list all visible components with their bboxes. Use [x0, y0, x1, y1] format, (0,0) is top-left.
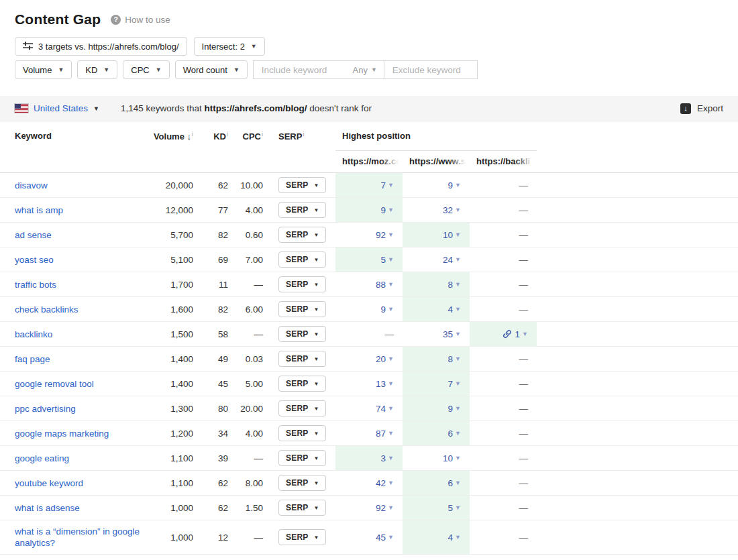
serp-dropdown-button[interactable]: SERP ▼: [278, 276, 326, 292]
position-value[interactable]: 9: [448, 404, 454, 414]
column-header-volume[interactable]: Volume ↓i: [149, 131, 193, 142]
keyword-link[interactable]: what is adsense: [15, 502, 80, 514]
target-column-header[interactable]: https://moz.co: [335, 156, 403, 168]
position-value[interactable]: 92: [376, 230, 386, 240]
cpc-filter-dropdown[interactable]: CPC ▼: [123, 60, 169, 79]
position-value[interactable]: 5: [448, 503, 454, 513]
position-cell[interactable]: 92▼: [335, 223, 403, 247]
position-value[interactable]: 4: [448, 533, 454, 543]
position-cell[interactable]: 32▼: [403, 198, 470, 222]
position-value[interactable]: 24: [443, 255, 453, 265]
target-column-header[interactable]: https://backli: [470, 156, 537, 168]
position-value[interactable]: 20: [376, 354, 386, 364]
position-value[interactable]: 7: [448, 379, 454, 389]
position-cell[interactable]: 92▼: [335, 496, 403, 520]
position-cell[interactable]: 9▼: [335, 198, 403, 222]
position-cell[interactable]: 35▼: [403, 322, 470, 346]
position-value[interactable]: 10: [443, 230, 453, 240]
exclude-keyword-input[interactable]: [391, 64, 470, 76]
position-value[interactable]: 92: [376, 503, 386, 513]
position-value[interactable]: 9: [448, 180, 454, 190]
serp-dropdown-button[interactable]: SERP ▼: [278, 376, 326, 392]
include-mode-dropdown[interactable]: Any ▼: [353, 65, 377, 75]
position-value[interactable]: 9: [381, 304, 386, 315]
intersect-dropdown[interactable]: Intersect: 2 ▼: [194, 37, 265, 56]
position-cell[interactable]: 6▼: [403, 421, 470, 445]
position-value[interactable]: 5: [381, 255, 386, 265]
position-cell[interactable]: 88▼: [335, 272, 403, 296]
keyword-link[interactable]: traffic bots: [15, 279, 56, 290]
position-cell[interactable]: 87▼: [335, 421, 403, 445]
serp-dropdown-button[interactable]: SERP ▼: [278, 177, 326, 193]
serp-dropdown-button[interactable]: SERP ▼: [278, 529, 326, 545]
serp-dropdown-button[interactable]: SERP ▼: [278, 227, 326, 243]
position-cell[interactable]: 7▼: [335, 173, 403, 197]
position-cell[interactable]: 42▼: [335, 471, 403, 495]
keyword-link[interactable]: google maps marketing: [15, 428, 109, 439]
serp-dropdown-button[interactable]: SERP ▼: [278, 400, 326, 416]
position-cell[interactable]: 8▼: [403, 272, 470, 296]
export-button[interactable]: ↓ Export: [680, 103, 723, 114]
serp-dropdown-button[interactable]: SERP ▼: [278, 351, 326, 367]
word-count-filter-dropdown[interactable]: Word count ▼: [175, 60, 248, 79]
keyword-link[interactable]: faq page: [15, 353, 50, 365]
position-value[interactable]: 8: [448, 354, 454, 364]
position-value[interactable]: 10: [443, 453, 453, 463]
column-header-kd[interactable]: KDi: [193, 131, 228, 142]
position-value[interactable]: 35: [443, 329, 453, 339]
position-value[interactable]: 1: [515, 329, 521, 339]
position-cell[interactable]: 9▼: [335, 297, 403, 321]
volume-filter-dropdown[interactable]: Volume ▼: [15, 60, 72, 79]
position-value[interactable]: 8: [448, 280, 454, 290]
keyword-link[interactable]: yoast seo: [15, 254, 54, 266]
position-value[interactable]: 6: [448, 429, 454, 439]
position-value[interactable]: 32: [443, 205, 453, 215]
position-value[interactable]: 45: [376, 533, 386, 543]
keyword-link[interactable]: disavow: [15, 180, 48, 191]
position-value[interactable]: 9: [381, 205, 386, 215]
keyword-link[interactable]: check backlinks: [15, 304, 78, 315]
position-cell[interactable]: 5▼: [335, 247, 403, 272]
keyword-link[interactable]: google eating: [15, 453, 69, 464]
keyword-link[interactable]: backlinko: [15, 329, 52, 340]
position-cell[interactable]: 4▼: [403, 520, 470, 554]
how-to-use-link[interactable]: ? How to use: [111, 15, 170, 25]
position-cell[interactable]: 13▼: [335, 372, 403, 396]
position-value[interactable]: 87: [376, 429, 386, 439]
position-value[interactable]: 13: [376, 379, 386, 389]
position-value[interactable]: 4: [448, 304, 454, 315]
position-cell[interactable]: 74▼: [335, 396, 403, 421]
serp-dropdown-button[interactable]: SERP ▼: [278, 450, 326, 466]
serp-dropdown-button[interactable]: SERP ▼: [278, 425, 326, 441]
position-value[interactable]: 42: [376, 478, 386, 488]
keyword-link[interactable]: what is amp: [15, 205, 63, 216]
target-column-header[interactable]: https://www.s: [403, 156, 470, 168]
position-cell[interactable]: 9▼: [403, 173, 470, 197]
position-cell[interactable]: 10▼: [403, 223, 470, 247]
column-header-cpc[interactable]: CPCi: [228, 131, 263, 142]
serp-dropdown-button[interactable]: SERP ▼: [278, 301, 326, 317]
serp-dropdown-button[interactable]: SERP ▼: [278, 202, 326, 218]
position-cell[interactable]: 3▼: [335, 446, 403, 470]
kd-filter-dropdown[interactable]: KD ▼: [77, 60, 117, 79]
position-cell[interactable]: 45▼: [335, 520, 403, 554]
position-value[interactable]: 3: [381, 453, 386, 463]
serp-dropdown-button[interactable]: SERP ▼: [278, 475, 326, 491]
position-cell[interactable]: 1▼: [470, 322, 537, 346]
keyword-link[interactable]: ppc advertising: [15, 403, 76, 414]
position-cell[interactable]: 20▼: [335, 347, 403, 371]
position-value[interactable]: 74: [376, 404, 386, 414]
position-cell[interactable]: 4▼: [403, 297, 470, 321]
position-cell[interactable]: 7▼: [403, 372, 470, 396]
include-keyword-input[interactable]: [260, 64, 353, 76]
country-selector[interactable]: United States ▼: [15, 103, 99, 113]
keyword-link[interactable]: ad sense: [15, 229, 52, 241]
serp-dropdown-button[interactable]: SERP ▼: [278, 251, 326, 268]
position-cell[interactable]: 9▼: [403, 396, 470, 421]
keyword-link[interactable]: google removal tool: [15, 378, 94, 390]
position-cell[interactable]: 10▼: [403, 446, 470, 470]
targets-config-button[interactable]: 3 targets vs. https://ahrefs.com/blog/: [15, 37, 187, 56]
position-cell[interactable]: 6▼: [403, 471, 470, 495]
keyword-link[interactable]: youtube keyword: [15, 478, 83, 489]
position-value[interactable]: 6: [448, 478, 454, 488]
